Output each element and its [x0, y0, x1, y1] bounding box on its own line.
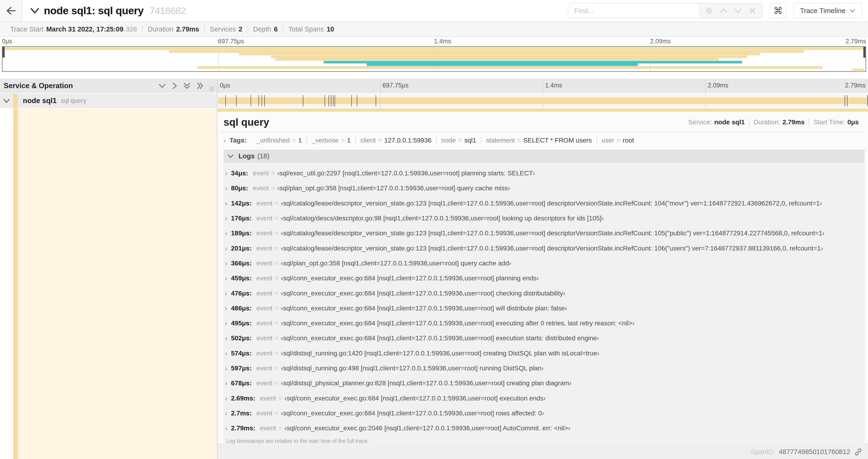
log-entry[interactable]: › 34μs: event = ‹sql/exec_util.go:2297 [… [225, 166, 865, 181]
logs-title: Logs [239, 152, 254, 160]
log-field-value: ‹sql/conn_executor_exec.go:684 [nsql1,cl… [281, 409, 544, 417]
trace-title-group: node sql1: sql query 7418682 [22, 5, 568, 17]
find-next-button[interactable] [731, 3, 745, 18]
timeline-header-row: Service & Operation 0μs697.75μs1.4ms2.09… [0, 78, 868, 93]
log-field-value: ‹sql/distsql_running.go:1420 [nsql1,clie… [281, 350, 599, 357]
log-event-tick [357, 95, 357, 106]
column-resize-grip[interactable] [210, 87, 213, 92]
link-icon[interactable] [854, 448, 862, 456]
log-entry[interactable]: › 495μs: event = ‹sql/conn_executor_exec… [225, 316, 865, 331]
tag-item: node = sql1 [436, 137, 481, 144]
tag-item: _verbose = 1 [307, 137, 355, 144]
log-event-tick [236, 95, 237, 106]
minimap-tick-label: 2.09ms [650, 38, 671, 45]
span-operation-name: sql query [61, 97, 87, 104]
span-service-name: node sql1 [23, 97, 57, 105]
logs-header[interactable]: Logs (18) [223, 150, 865, 163]
log-entry[interactable]: › 80μs: event = ‹sql/plan_opt.go:358 [ns… [225, 181, 865, 196]
log-entry[interactable]: › 574μs: event = ‹sql/distsql_running.go… [225, 346, 865, 361]
tag-item: _unfinished = 1 [252, 137, 307, 144]
span-bar-lane[interactable] [217, 94, 868, 108]
log-field-value: ‹sql/distsql_physical_planner.go:828 [ns… [281, 380, 571, 387]
log-field-name: event [256, 320, 273, 327]
detail-accent-strip [217, 108, 868, 112]
log-entry[interactable]: › 2.7ms: event = ‹sql/conn_executor_exec… [225, 406, 865, 421]
log-field-name: event [256, 350, 273, 357]
log-field-value: ‹sql/conn_executor_exec.go:684 [nsql1,cl… [284, 395, 546, 402]
equals-sign: = [275, 365, 278, 372]
timeline-ruler: 0μs697.75μs1.4ms2.09ms2.79ms [217, 78, 868, 93]
minimap-scrubber[interactable] [2, 46, 866, 72]
log-event-tick [324, 95, 325, 106]
log-field-value: ‹sql/distsql_running.go:498 [nsql1,clien… [281, 365, 544, 372]
command-icon: ⌘ [773, 5, 783, 16]
log-entry[interactable]: › 486μs: event = ‹sql/conn_executor_exec… [225, 301, 865, 316]
range-handle-right[interactable] [863, 47, 865, 58]
log-timestamp: 34μs: [231, 170, 248, 177]
log-entry[interactable]: › 2.69ms: event = ‹sql/conn_executor_exe… [225, 391, 865, 405]
expand-all-button[interactable] [197, 82, 204, 90]
log-entry[interactable]: › 142μs: event = ‹sql/catalog/lease/desc… [225, 196, 865, 211]
log-event-tick [265, 95, 265, 106]
span-duration-bar[interactable] [218, 97, 867, 104]
chevron-down-icon[interactable] [0, 98, 13, 103]
log-field-value: ‹sql/conn_executor_exec.go:684 [nsql1,cl… [281, 290, 565, 297]
collapse-one-button[interactable] [158, 83, 166, 88]
log-entry[interactable]: › 366μs: event = ‹sql/plan_opt.go:358 [n… [225, 256, 865, 271]
log-timestamp: 2.79ms: [231, 424, 255, 432]
expand-one-button[interactable] [172, 82, 177, 90]
log-entry[interactable]: › 597μs: event = ‹sql/distsql_running.go… [225, 361, 865, 376]
meta-duration: Duration: 2.79ms [749, 119, 809, 126]
log-event-tick [376, 95, 376, 106]
log-entry[interactable]: › 459μs: event = ‹sql/conn_executor_exec… [225, 271, 865, 286]
span-color-stripe [13, 94, 18, 108]
log-field-value: ‹sql/plan_opt.go:358 [nsql1,client=127.0… [277, 185, 510, 192]
log-field-value: ‹sql/conn_executor_exec.go:684 [nsql1,cl… [281, 334, 599, 342]
equals-sign: = [341, 137, 345, 144]
back-button[interactable] [0, 0, 22, 22]
log-entry[interactable]: › 189μs: event = ‹sql/catalog/lease/desc… [225, 226, 865, 241]
chevron-up-icon [720, 8, 727, 13]
selected-span-highlight [18, 108, 217, 459]
log-timestamp: 2.7ms: [231, 409, 252, 417]
log-entry[interactable]: › 176μs: event = ‹sql/catalog/descs/desc… [225, 211, 865, 226]
chevron-right-icon: › [225, 274, 227, 282]
log-entry[interactable]: › 502μs: event = ‹sql/conn_executor_exec… [225, 331, 865, 346]
find-prev-button[interactable] [716, 3, 731, 18]
log-field-value: ‹sql/catalog/lease/descriptor_version_st… [281, 200, 822, 207]
log-field-name: event [256, 305, 273, 312]
chevron-down-icon[interactable] [30, 8, 39, 14]
locate-span-button[interactable] [702, 3, 716, 18]
log-entry[interactable]: › 476μs: event = ‹sql/conn_executor_exec… [225, 286, 865, 301]
find-input[interactable] [568, 3, 699, 18]
back-arrow-icon [6, 6, 16, 15]
log-field-name: event [260, 424, 276, 432]
minimap-span-bar [239, 53, 760, 55]
logs-count: (18) [257, 152, 270, 160]
log-entry[interactable]: › 201μs: event = ‹sql/catalog/lease/desc… [225, 241, 865, 256]
equals-sign: = [458, 137, 462, 144]
equals-sign: = [278, 424, 282, 432]
log-field-value: ‹sql/conn_executor_exec.go:684 [nsql1,cl… [281, 320, 635, 327]
equals-sign: = [275, 409, 278, 417]
log-event-tick [225, 95, 226, 106]
tags-section[interactable]: › Tags: _unfinished = 1 _verbose = 1 cli… [217, 132, 868, 149]
log-entry[interactable]: › 2.79ms: event = ‹sql/conn_executor_exe… [225, 421, 865, 436]
log-timestamp: 678μs: [231, 380, 252, 387]
log-entry[interactable]: › 678μs: event = ‹sql/distsql_physical_p… [225, 376, 865, 391]
clear-find-button[interactable] [745, 3, 760, 18]
find-group [568, 3, 763, 19]
chevron-right-icon[interactable]: › [223, 136, 226, 144]
keyboard-shortcuts-button[interactable]: ⌘ [770, 3, 786, 19]
ruler-tick-label: 1.4ms [543, 82, 565, 89]
log-timestamp: 459μs: [231, 274, 252, 282]
span-detail-title: sql query [223, 117, 269, 128]
range-handle-left[interactable] [3, 47, 5, 58]
equals-sign: = [275, 334, 278, 342]
span-row-node-sql1[interactable]: node sql1 sql query [0, 94, 868, 108]
trace-view-select[interactable]: Trace Timeline [793, 3, 862, 19]
collapse-all-button[interactable] [183, 82, 191, 89]
log-event-tick [329, 95, 329, 106]
tag-item: user = root [596, 137, 639, 144]
chevron-right-icon: › [225, 229, 227, 237]
